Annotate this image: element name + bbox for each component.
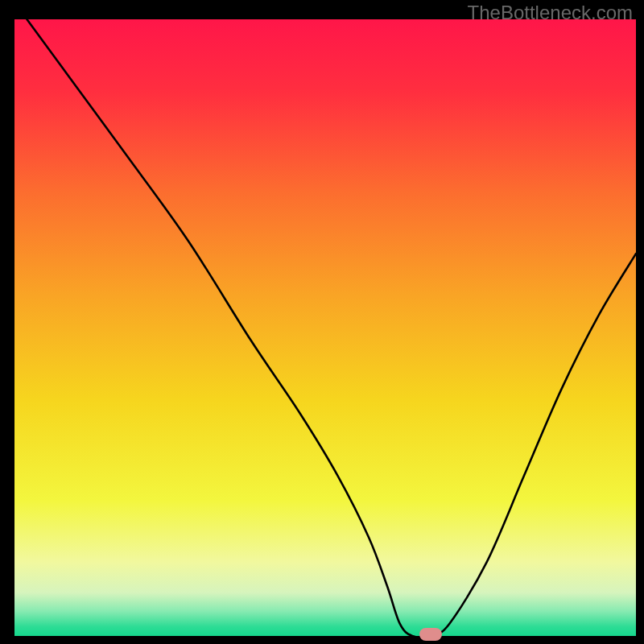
watermark-text: TheBottleneck.com	[468, 2, 633, 24]
bottleneck-chart	[0, 0, 644, 644]
optimal-marker	[419, 628, 442, 641]
gradient-background	[14, 19, 636, 636]
